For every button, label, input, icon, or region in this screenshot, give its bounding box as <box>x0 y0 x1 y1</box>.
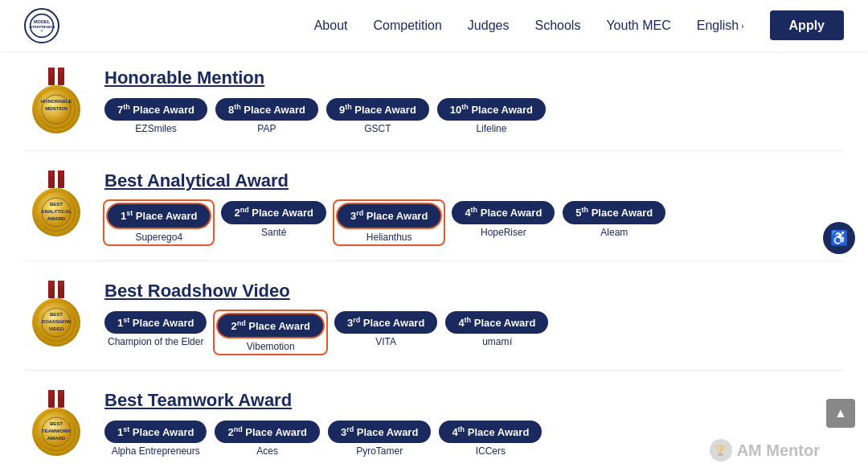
chip-team-best-roadshow-3: umami̇ <box>482 336 511 347</box>
watermark-text: AM Mentor <box>737 441 820 460</box>
svg-text:VIDEO: VIDEO <box>49 326 64 331</box>
chip-rank-honorable-mention-2: 9th Place Award <box>326 98 429 121</box>
chip-team-best-teamwork-1: Aces <box>256 445 278 457</box>
svg-text:BEST: BEST <box>50 421 63 426</box>
logo-icon: MODEL ENTREPRENEUR ® <box>24 8 59 43</box>
chip-rank-best-teamwork-2: 3rd Place Award <box>328 421 431 443</box>
chip-group-honorable-mention-0: 7th Place AwardEZSmiles <box>104 98 207 134</box>
medal-analytical: BESTANALYTICALAWARD <box>24 170 88 235</box>
chip-group-honorable-mention-1: 8th Place AwardPAP <box>215 98 318 134</box>
svg-text:®: ® <box>41 30 43 33</box>
chip-group-honorable-mention-3: 10th Place AwardLifeline <box>437 98 546 134</box>
medal-honorable: HONORABLEMENTION <box>24 68 88 132</box>
chip-rank-best-analytical-3: 4th Place Award <box>452 201 555 224</box>
svg-text:BEST: BEST <box>50 312 63 317</box>
chip-team-best-roadshow-1: Vibemotion <box>247 341 295 352</box>
chip-group-best-teamwork-3: 4th Place AwardICCers <box>439 421 542 457</box>
award-content-best-roadshow: Best Roadshow Video1st Place AwardChampi… <box>104 281 844 354</box>
chip-rank-best-analytical-4: 5th Place Award <box>563 201 665 224</box>
chip-group-best-analytical-0: 1st Place AwardSuperego4 <box>104 201 213 244</box>
nav-links: About Competition Judges Schools Youth M… <box>314 18 844 33</box>
svg-text:MODEL: MODEL <box>34 19 51 24</box>
nav-judges[interactable]: Judges <box>468 18 510 32</box>
chip-rank-best-teamwork-1: 2nd Place Award <box>215 421 319 443</box>
chip-team-best-analytical-3: HopeRiser <box>481 227 526 238</box>
scroll-top-button[interactable]: ▲ <box>826 399 855 428</box>
medal-teamwork: BESTTEAMWORKAWARD <box>24 390 88 454</box>
chip-group-best-roadshow-1: 2nd Place AwardVibemotion <box>215 311 326 354</box>
chip-group-best-analytical-2: 3rd Place AwardHelianthus <box>334 201 444 244</box>
award-content-best-analytical: Best Analytical Award1st Place AwardSupe… <box>104 170 844 244</box>
navigation: MODEL ENTREPRENEUR ® About Competition J… <box>0 0 868 51</box>
chip-rank-best-roadshow-2: 3rd Place Award <box>334 311 437 334</box>
chip-group-best-analytical-4: 5th Place AwardAleam <box>563 201 665 237</box>
award-section-best-roadshow: BESTROADSHOWVIDEO Best Roadshow Video1st… <box>24 281 844 371</box>
accessibility-button[interactable]: ♿ <box>823 222 855 254</box>
chip-team-best-teamwork-2: PyroTamer <box>356 445 403 457</box>
chip-group-best-roadshow-0: 1st Place AwardChampion of the Elder <box>104 311 207 347</box>
chip-team-best-analytical-0: Superego4 <box>135 232 182 243</box>
chip-rank-best-analytical-2: 3rd Place Award <box>336 203 442 228</box>
chip-team-best-analytical-4: Aleam <box>600 227 628 238</box>
award-title-best-analytical: Best Analytical Award <box>104 170 844 191</box>
svg-text:HONORABLE: HONORABLE <box>41 99 72 104</box>
chip-rank-best-teamwork-3: 4th Place Award <box>439 421 542 443</box>
chip-rank-honorable-mention-0: 7th Place Award <box>104 98 207 121</box>
accessibility-icon: ♿ <box>830 229 848 247</box>
chip-group-best-analytical-1: 2nd Place AwardSanté <box>221 201 326 237</box>
award-title-best-teamwork: Best Teamwork Award <box>104 390 844 411</box>
chip-team-best-roadshow-2: VITA <box>375 336 396 347</box>
award-title-honorable-mention: Honorable Mention <box>104 68 844 88</box>
chip-rank-best-roadshow-3: 4th Place Award <box>445 311 548 334</box>
award-section-honorable-mention: HONORABLEMENTION Honorable Mention7th Pl… <box>24 68 844 151</box>
nav-apply[interactable]: Apply <box>770 10 844 40</box>
chip-team-best-teamwork-0: Alpha Entrepreneurs <box>112 445 200 457</box>
chip-rank-best-roadshow-0: 1st Place Award <box>104 311 207 334</box>
chip-team-best-analytical-1: Santé <box>261 227 286 238</box>
logo-area[interactable]: MODEL ENTREPRENEUR ® <box>24 8 59 43</box>
svg-text:BEST: BEST <box>50 202 63 207</box>
chip-rank-honorable-mention-3: 10th Place Award <box>437 98 546 121</box>
chip-group-best-teamwork-2: 3rd Place AwardPyroTamer <box>328 421 431 457</box>
chip-team-best-teamwork-3: ICCers <box>476 445 506 457</box>
award-content-honorable-mention: Honorable Mention7th Place AwardEZSmiles… <box>104 68 844 134</box>
main-content: HONORABLEMENTION Honorable Mention7th Pl… <box>0 51 868 476</box>
award-chips-best-roadshow: 1st Place AwardChampion of the Elder2nd … <box>104 311 844 354</box>
watermark-icon: 🏆 <box>710 439 732 462</box>
chip-team-honorable-mention-2: GSCT <box>364 123 391 134</box>
award-title-best-roadshow: Best Roadshow Video <box>104 281 844 302</box>
chip-team-honorable-mention-1: PAP <box>257 123 276 134</box>
chip-rank-best-teamwork-0: 1st Place Award <box>104 421 207 443</box>
chip-team-honorable-mention-0: EZSmiles <box>135 123 176 134</box>
nav-youth-mec[interactable]: Youth MEC <box>606 18 670 32</box>
chip-rank-best-roadshow-1: 2nd Place Award <box>216 313 324 339</box>
award-chips-honorable-mention: 7th Place AwardEZSmiles8th Place AwardPA… <box>104 98 844 134</box>
nav-schools[interactable]: Schools <box>534 18 580 32</box>
award-section-best-analytical: BESTANALYTICALAWARD Best Analytical Awar… <box>24 170 844 261</box>
chip-group-honorable-mention-2: 9th Place AwardGSCT <box>326 98 429 134</box>
chevron-down-icon: › <box>741 22 743 31</box>
watermark: 🏆 AM Mentor <box>710 439 820 462</box>
svg-text:AWARD: AWARD <box>47 436 66 441</box>
nav-language[interactable]: English › <box>697 18 744 33</box>
chip-team-honorable-mention-3: Lifeline <box>476 123 506 134</box>
chip-rank-honorable-mention-1: 8th Place Award <box>215 98 318 121</box>
nav-competition[interactable]: Competition <box>373 18 441 32</box>
nav-about[interactable]: About <box>314 18 348 32</box>
svg-text:TEAMWORK: TEAMWORK <box>42 429 72 433</box>
medal-roadshow: BESTROADSHOWVIDEO <box>24 281 88 345</box>
chip-group-best-roadshow-3: 4th Place Awardumami̇ <box>445 311 548 347</box>
chip-team-best-analytical-2: Helianthus <box>366 232 412 243</box>
award-chips-best-analytical: 1st Place AwardSuperego42nd Place AwardS… <box>104 201 844 244</box>
chip-group-best-teamwork-0: 1st Place AwardAlpha Entrepreneurs <box>104 421 207 457</box>
svg-text:ENTREPRENEUR: ENTREPRENEUR <box>29 25 55 29</box>
chip-group-best-analytical-3: 4th Place AwardHopeRiser <box>452 201 555 237</box>
svg-text:ROADSHOW: ROADSHOW <box>42 319 72 324</box>
chip-rank-best-analytical-0: 1st Place Award <box>106 203 211 228</box>
scroll-top-icon: ▲ <box>834 406 847 421</box>
chip-rank-best-analytical-1: 2nd Place Award <box>221 201 326 224</box>
chip-group-best-teamwork-1: 2nd Place AwardAces <box>215 421 319 457</box>
chip-group-best-roadshow-2: 3rd Place AwardVITA <box>334 311 437 347</box>
chip-team-best-roadshow-0: Champion of the Elder <box>108 336 203 347</box>
svg-text:AWARD: AWARD <box>47 216 66 221</box>
